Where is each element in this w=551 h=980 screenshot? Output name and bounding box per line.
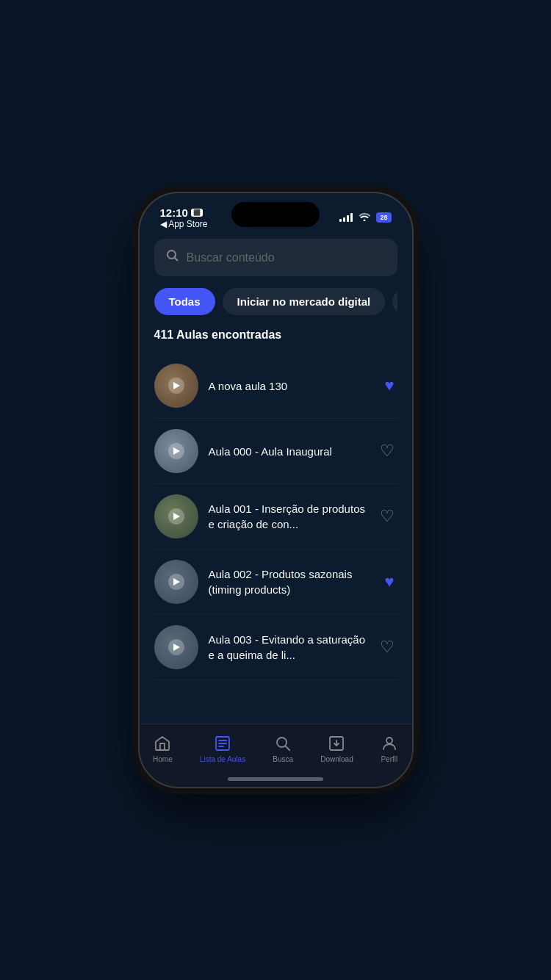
nav-busca-label: Busca bbox=[273, 755, 293, 763]
status-time: 12:10 ⬛ bbox=[160, 206, 208, 219]
play-icon bbox=[173, 513, 180, 520]
play-icon bbox=[173, 382, 180, 389]
home-icon bbox=[154, 735, 171, 752]
play-button bbox=[168, 443, 184, 459]
play-icon bbox=[173, 644, 180, 651]
lessons-count: 411 Aulas encontradas bbox=[154, 328, 397, 342]
time-text: 12:10 bbox=[160, 206, 188, 219]
lesson-info: Aula 002 - Produtos sazonais (timing pro… bbox=[209, 566, 372, 597]
lesson-item[interactable]: A nova aula 130 ♥ bbox=[154, 353, 397, 419]
lesson-list: A nova aula 130 ♥ Aula 000 - Aula Inaugu… bbox=[154, 353, 397, 680]
favorite-button[interactable]: ♥ bbox=[381, 373, 397, 398]
lesson-info: Aula 003 - Evitando a saturação e a quei… bbox=[209, 632, 367, 663]
nav-lista-label: Lista de Aulas bbox=[200, 755, 245, 763]
search-input[interactable]: Buscar conteúdo bbox=[187, 251, 275, 264]
perfil-icon bbox=[381, 735, 398, 752]
play-icon bbox=[173, 578, 180, 586]
nav-lista[interactable]: Lista de Aulas bbox=[191, 732, 254, 766]
search-icon bbox=[166, 249, 179, 266]
lesson-thumbnail bbox=[154, 625, 198, 669]
play-button bbox=[168, 639, 184, 655]
filter-mercado[interactable]: Iniciar no mercado digital bbox=[223, 288, 386, 315]
nav-home[interactable]: Home bbox=[144, 732, 181, 766]
lesson-title: Aula 002 - Produtos sazonais (timing pro… bbox=[209, 566, 372, 597]
nav-perfil[interactable]: Perfil bbox=[372, 732, 407, 766]
lesson-item[interactable]: Aula 001 - Inserção de produtos e criaçã… bbox=[154, 484, 397, 550]
nav-download-label: Download bbox=[320, 755, 353, 763]
lesson-title: Aula 003 - Evitando a saturação e a quei… bbox=[209, 632, 367, 663]
download-icon bbox=[328, 735, 345, 752]
lesson-info: A nova aula 130 bbox=[209, 378, 372, 394]
play-button bbox=[168, 378, 184, 394]
battery-indicator: 28 bbox=[376, 212, 391, 223]
lesson-thumbnail bbox=[154, 560, 198, 604]
lesson-thumbnail bbox=[154, 364, 198, 408]
svg-line-7 bbox=[286, 746, 290, 751]
lesson-info: Aula 000 - Aula Inaugural bbox=[209, 444, 367, 459]
signal-icon bbox=[339, 213, 353, 222]
filter-pills: Todas Iniciar no mercado digital Vender bbox=[154, 288, 397, 315]
lesson-title: A nova aula 130 bbox=[209, 378, 372, 394]
nav-busca[interactable]: Busca bbox=[264, 732, 302, 766]
busca-icon bbox=[274, 735, 292, 752]
favorite-button[interactable]: ♡ bbox=[377, 635, 397, 660]
lesson-thumbnail bbox=[154, 429, 198, 473]
nav-home-label: Home bbox=[153, 755, 173, 763]
home-indicator bbox=[228, 777, 323, 781]
svg-line-1 bbox=[174, 258, 178, 262]
search-bar[interactable]: Buscar conteúdo bbox=[154, 239, 397, 276]
lista-icon bbox=[214, 735, 231, 752]
play-button bbox=[168, 508, 184, 525]
wifi-icon bbox=[359, 212, 370, 223]
play-icon bbox=[173, 447, 180, 455]
lesson-title: Aula 001 - Inserção de produtos e criaçã… bbox=[209, 501, 367, 532]
filter-todas[interactable]: Todas bbox=[154, 288, 215, 315]
lesson-item[interactable]: Aula 002 - Produtos sazonais (timing pro… bbox=[154, 550, 397, 615]
status-left: 12:10 ⬛ ◀ App Store bbox=[160, 206, 208, 229]
lesson-item[interactable]: Aula 003 - Evitando a saturação e a quei… bbox=[154, 615, 397, 680]
phone-frame: 12:10 ⬛ ◀ App Store bbox=[138, 192, 414, 788]
dynamic-island bbox=[231, 202, 320, 227]
svg-point-10 bbox=[386, 738, 392, 743]
favorite-button[interactable]: ♥ bbox=[381, 569, 397, 594]
filter-vender[interactable]: Vender bbox=[392, 288, 397, 315]
favorite-button[interactable]: ♡ bbox=[377, 504, 397, 529]
svg-point-0 bbox=[168, 251, 176, 259]
lesson-thumbnail bbox=[154, 494, 198, 538]
phone-screen: 12:10 ⬛ ◀ App Store bbox=[140, 193, 412, 787]
favorite-button[interactable]: ♡ bbox=[377, 439, 397, 464]
nav-perfil-label: Perfil bbox=[381, 755, 397, 763]
time-badge: ⬛ bbox=[191, 209, 203, 217]
status-right: 28 bbox=[339, 212, 391, 223]
lesson-info: Aula 001 - Inserção de produtos e criaçã… bbox=[209, 501, 367, 532]
lesson-title: Aula 000 - Aula Inaugural bbox=[209, 444, 367, 459]
main-content: Buscar conteúdo Todas Iniciar no mercado… bbox=[140, 231, 412, 724]
nav-download[interactable]: Download bbox=[311, 732, 361, 766]
back-button[interactable]: ◀ App Store bbox=[160, 219, 208, 229]
play-button bbox=[168, 574, 184, 590]
back-label: ◀ App Store bbox=[160, 219, 208, 229]
lesson-item[interactable]: Aula 000 - Aula Inaugural ♡ bbox=[154, 419, 397, 484]
